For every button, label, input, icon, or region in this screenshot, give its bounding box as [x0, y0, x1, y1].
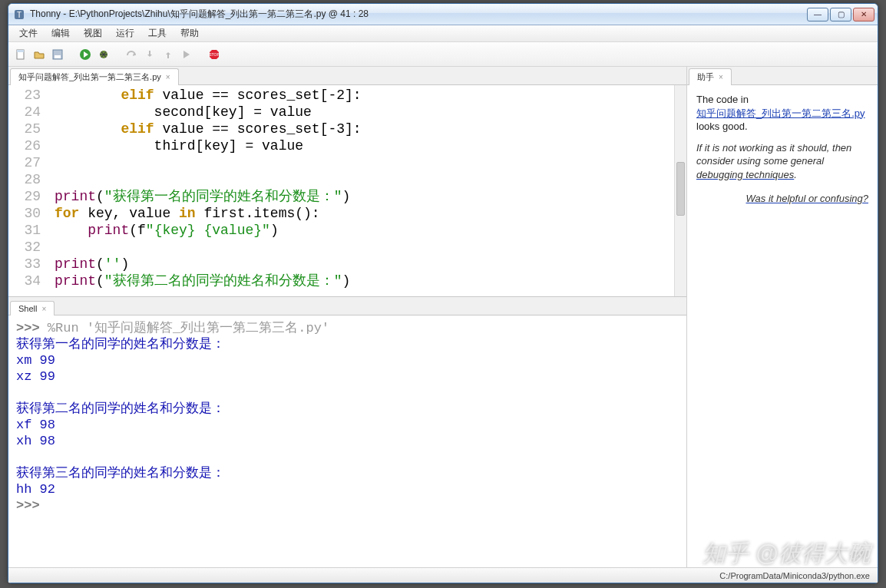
assistant-panel: The code in 知乎问题解答_列出第一第二第三名.py looks go…: [687, 85, 878, 567]
code-editor[interactable]: 232425262728293031323334 elif value == s…: [8, 85, 686, 297]
code-area[interactable]: elif value == scores_set[-2]: second[key…: [48, 85, 686, 296]
minimize-button[interactable]: —: [807, 8, 828, 21]
menu-工具[interactable]: 工具: [142, 25, 173, 41]
window-title: Thonny - E:\PythonProjects\Zhihu\知乎问题解答_…: [30, 8, 807, 21]
titlebar[interactable]: T Thonny - E:\PythonProjects\Zhihu\知乎问题解…: [8, 4, 878, 25]
menu-视图[interactable]: 视图: [78, 25, 108, 41]
run-icon[interactable]: [78, 47, 93, 62]
debug-icon[interactable]: [96, 47, 111, 62]
new-file-icon[interactable]: [13, 47, 28, 62]
assistant-hint: If it is not working as it should, then …: [696, 142, 851, 167]
svg-text:STOP: STOP: [209, 52, 220, 57]
menu-编辑[interactable]: 编辑: [45, 25, 76, 41]
svg-rect-3: [17, 50, 24, 52]
step-into-icon[interactable]: [142, 47, 157, 62]
assistant-tabbar: 助手 ×: [687, 67, 878, 85]
resume-icon[interactable]: [179, 47, 194, 62]
scrollbar-thumb[interactable]: [676, 162, 685, 216]
editor-tabbar: 知乎问题解答_列出第一第二第三名.py ×: [8, 67, 686, 85]
editor-scrollbar[interactable]: [674, 85, 686, 296]
statusbar: C:/ProgramData/Miniconda3/python.exe: [8, 567, 878, 583]
shell-output[interactable]: >>> %Run '知乎问题解答_列出第一第二第三名.py'获得第一名的同学的姓…: [8, 315, 686, 567]
svg-rect-5: [55, 55, 61, 58]
svg-text:T: T: [17, 11, 21, 19]
debugging-techniques-link[interactable]: debugging techniques: [696, 169, 794, 180]
toolbar: STOP: [8, 42, 878, 67]
line-gutter: 232425262728293031323334: [8, 85, 48, 296]
app-icon: T: [13, 8, 25, 21]
step-over-icon[interactable]: [124, 47, 139, 62]
shell-tab-label: Shell: [18, 304, 37, 313]
assistant-text-1: The code in: [696, 94, 749, 105]
menu-帮助[interactable]: 帮助: [174, 25, 205, 41]
assistant-text-2: looks good.: [696, 121, 748, 132]
menubar: 文件编辑视图运行工具帮助: [8, 25, 878, 42]
close-shell-icon[interactable]: ×: [41, 305, 46, 313]
save-file-icon[interactable]: [50, 47, 65, 62]
open-file-icon[interactable]: [31, 47, 47, 62]
assistant-tab[interactable]: 助手 ×: [689, 68, 732, 85]
app-window: T Thonny - E:\PythonProjects\Zhihu\知乎问题解…: [8, 3, 878, 583]
editor-tab[interactable]: 知乎问题解答_列出第一第二第三名.py ×: [10, 68, 179, 85]
stop-icon[interactable]: STOP: [207, 47, 222, 62]
assistant-feedback-link[interactable]: Was it helpful or confusing?: [746, 193, 868, 204]
close-tab-icon[interactable]: ×: [166, 73, 170, 81]
interpreter-path[interactable]: C:/ProgramData/Miniconda3/python.exe: [719, 571, 870, 580]
close-button[interactable]: ✕: [853, 8, 874, 21]
step-out-icon[interactable]: [160, 47, 176, 62]
menu-运行[interactable]: 运行: [110, 25, 141, 41]
close-assistant-icon[interactable]: ×: [719, 73, 723, 81]
shell-tabbar: Shell ×: [8, 297, 686, 315]
assistant-file-link[interactable]: 知乎问题解答_列出第一第二第三名.py: [696, 107, 865, 119]
shell-tab[interactable]: Shell ×: [10, 301, 55, 315]
maximize-button[interactable]: ▢: [830, 8, 851, 21]
editor-tab-label: 知乎问题解答_列出第一第二第三名.py: [18, 71, 161, 83]
menu-文件[interactable]: 文件: [13, 25, 44, 41]
assistant-tab-label: 助手: [697, 71, 714, 83]
